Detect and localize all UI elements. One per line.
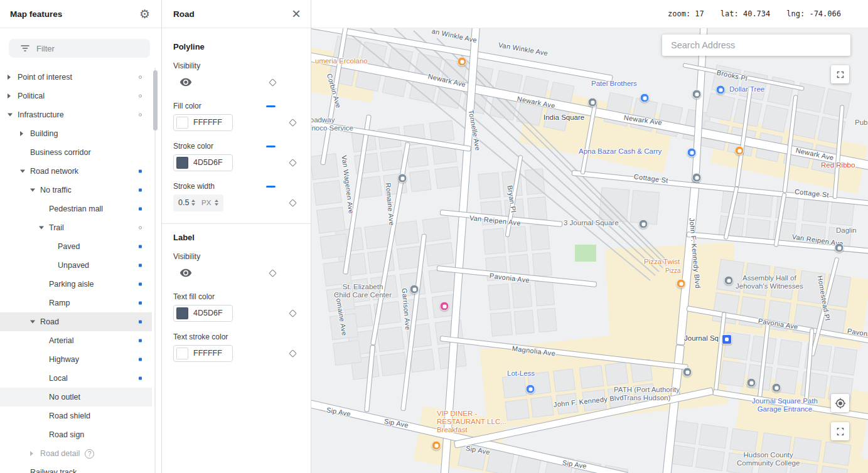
poi-label[interactable]: 3 Journal Square bbox=[564, 219, 619, 227]
tree-item-parking-aisle[interactable]: Parking aisle bbox=[0, 275, 152, 294]
poi-label[interactable]: Patel Brothers bbox=[591, 80, 637, 88]
fill-color-field[interactable] bbox=[173, 114, 233, 131]
collapse-arrow-icon[interactable] bbox=[8, 114, 13, 117]
poi-icon-gray[interactable] bbox=[692, 90, 702, 99]
filter-box[interactable] bbox=[9, 39, 150, 58]
tree-item-road[interactable]: Road bbox=[0, 312, 152, 331]
tree-item-pedestrian-mall[interactable]: Pedestrian mall bbox=[0, 199, 152, 218]
inherit-diamond[interactable] bbox=[269, 78, 277, 87]
map-canvas[interactable]: an Winkle AveVan Winkle AveNewark AveNew… bbox=[311, 28, 868, 473]
sidebar-scrollbar-thumb[interactable] bbox=[153, 70, 158, 130]
stroke-width-input[interactable] bbox=[178, 198, 190, 207]
settings-gear-icon[interactable]: ⚙ bbox=[139, 8, 150, 20]
inherit-diamond[interactable] bbox=[289, 309, 297, 317]
stroke-color-input[interactable] bbox=[193, 158, 228, 167]
inherit-diamond[interactable] bbox=[269, 269, 277, 277]
filter-input[interactable] bbox=[36, 44, 144, 53]
poi-label[interactable]: Apna Bazar Cash & Carry bbox=[579, 147, 662, 156]
tree-item-business-corridor[interactable]: Business corridor bbox=[0, 143, 152, 162]
collapse-arrow-icon[interactable] bbox=[39, 226, 44, 230]
poi-icon-gray[interactable] bbox=[772, 383, 781, 393]
my-location-button[interactable] bbox=[831, 394, 849, 412]
tree-item-paved[interactable]: Paved bbox=[0, 237, 152, 256]
collapse-arrow-icon[interactable] bbox=[30, 189, 35, 192]
tree-item-no-traffic[interactable]: No traffic bbox=[0, 181, 152, 199]
color-swatch[interactable] bbox=[176, 157, 188, 169]
poi-icon-gray[interactable] bbox=[588, 98, 597, 107]
tree-item-railway-track[interactable]: Railway track bbox=[0, 463, 152, 473]
poi-label[interactable]: roadwayunoco Service bbox=[311, 116, 353, 132]
tree-item-highway[interactable]: Highway bbox=[0, 350, 152, 369]
tree-item-unpaved[interactable]: Unpaved bbox=[0, 256, 152, 275]
close-icon[interactable]: × bbox=[292, 6, 301, 21]
poi-icon-gray[interactable] bbox=[724, 276, 734, 285]
poi-label[interactable]: Red Ribbo bbox=[821, 161, 855, 169]
poi-label[interactable]: Publi bbox=[855, 119, 868, 127]
poi-icon-gray[interactable] bbox=[683, 368, 692, 377]
tree-item-ramp[interactable]: Ramp bbox=[0, 294, 152, 312]
poi-icon-gray[interactable] bbox=[747, 378, 756, 388]
poi-icon-gray[interactable] bbox=[692, 173, 702, 183]
tree-item-point-of-interest[interactable]: Point of interest bbox=[0, 68, 152, 87]
poi-label[interactable]: Hudson CountyCommunity College bbox=[737, 451, 800, 467]
poi-icon-gray[interactable] bbox=[398, 174, 407, 183]
tree-item-road-detail[interactable]: Road detail? bbox=[0, 444, 152, 463]
poi-label[interactable]: Pizza bbox=[665, 267, 680, 275]
poi-label[interactable]: Journal Sq bbox=[684, 334, 719, 343]
stepper-arrows[interactable] bbox=[215, 199, 218, 206]
poi-label[interactable]: Dollar Tree bbox=[729, 85, 764, 93]
tree-item-arterial[interactable]: Arterial bbox=[0, 331, 152, 350]
poi-label[interactable]: PATH (Port AuthorityTrans Hudson) bbox=[614, 386, 680, 402]
poi-icon-orange[interactable] bbox=[677, 279, 686, 289]
tree-item-infrastructure[interactable]: Infrastructure bbox=[0, 105, 152, 124]
poi-icon-orange[interactable] bbox=[735, 146, 744, 156]
text-fill-color-field[interactable] bbox=[173, 305, 233, 322]
expand-arrow-icon[interactable] bbox=[8, 75, 11, 80]
collapse-arrow-icon[interactable] bbox=[30, 321, 35, 324]
poi-label[interactable]: India Square bbox=[544, 114, 584, 122]
inherit-diamond[interactable] bbox=[289, 119, 297, 127]
poi-icon-blue[interactable] bbox=[716, 85, 726, 95]
poi-label[interactable]: Assembly Hall ofJehovah's Witnesses bbox=[736, 274, 803, 290]
inherit-diamond[interactable] bbox=[289, 159, 297, 167]
expand-arrow-icon[interactable] bbox=[30, 451, 33, 456]
poi-icon-orange[interactable] bbox=[458, 57, 467, 66]
tree-item-trail[interactable]: Trail bbox=[0, 218, 152, 237]
text-stroke-color-field[interactable] bbox=[173, 345, 233, 362]
tree-item-road-network[interactable]: Road network bbox=[0, 162, 152, 181]
poi-label[interactable]: umeria Ercolano bbox=[315, 57, 368, 65]
expand-arrow-icon[interactable] bbox=[20, 131, 23, 136]
poi-label[interactable]: Journal Square PathGarage Entrance bbox=[752, 397, 818, 413]
fill-color-input[interactable] bbox=[193, 118, 228, 127]
stepper-arrows[interactable] bbox=[191, 199, 195, 206]
poi-icon-gray[interactable] bbox=[639, 220, 648, 229]
stroke-color-field[interactable] bbox=[173, 154, 233, 171]
color-swatch[interactable] bbox=[176, 348, 188, 359]
tree-item-building[interactable]: Building bbox=[0, 124, 152, 143]
poi-icon-blue[interactable] bbox=[640, 93, 650, 103]
color-swatch[interactable] bbox=[176, 307, 188, 319]
stroke-width-field[interactable]: PX bbox=[173, 194, 223, 211]
poi-icon-transit[interactable] bbox=[722, 334, 732, 344]
poi-label[interactable]: Pizza Twist bbox=[644, 258, 680, 266]
expand-arrow-icon[interactable] bbox=[8, 93, 11, 98]
help-icon[interactable]: ? bbox=[85, 449, 94, 459]
expand-arrows-button[interactable] bbox=[831, 422, 849, 440]
poi-icon-orange[interactable] bbox=[432, 441, 441, 450]
color-swatch[interactable] bbox=[176, 117, 188, 129]
poi-icon-gray[interactable] bbox=[835, 243, 844, 253]
poi-label[interactable]: Lot-Less bbox=[507, 369, 535, 378]
text-stroke-color-input[interactable] bbox=[193, 349, 228, 358]
search-input[interactable] bbox=[662, 35, 850, 56]
inherit-diamond[interactable] bbox=[289, 199, 297, 207]
tree-item-road-shield[interactable]: Road shield bbox=[0, 407, 152, 425]
tree-item-road-sign[interactable]: Road sign bbox=[0, 425, 152, 444]
text-fill-color-input[interactable] bbox=[193, 309, 228, 317]
tree-item-no-outlet[interactable]: No outlet bbox=[0, 388, 152, 407]
poi-icon-magenta[interactable] bbox=[440, 302, 449, 311]
poi-label[interactable]: Daglin bbox=[836, 226, 857, 235]
poi-icon-blue[interactable] bbox=[526, 385, 535, 394]
inherit-diamond[interactable] bbox=[289, 349, 297, 358]
visibility-eye-icon[interactable] bbox=[179, 76, 192, 88]
poi-icon-blue[interactable] bbox=[687, 148, 697, 157]
